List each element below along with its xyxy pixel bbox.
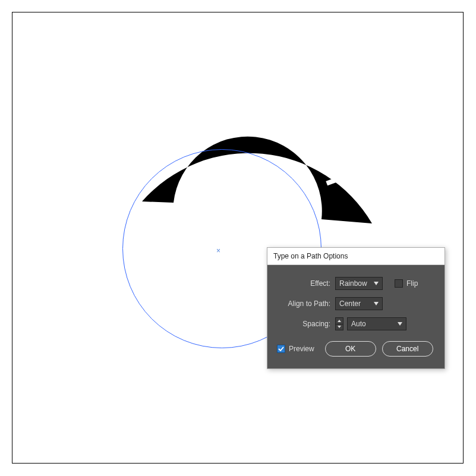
chevron-down-icon [374,281,379,286]
artboard[interactable]: WRAP YOUR TEXT × [12,12,463,463]
effect-row: Effect: Rainbow Flip [277,277,435,290]
cancel-button[interactable]: Cancel [382,341,433,357]
align-row: Align to Path: Center [277,297,435,310]
align-label: Align to Path: [277,300,332,308]
spacing-row: Spacing: Auto [277,317,435,330]
center-mark-icon: × [216,247,220,255]
spacing-value: Auto [351,320,366,328]
effect-select[interactable]: Rainbow [335,277,383,290]
preview-group: Preview [277,345,314,353]
type-on-path-dialog: Type on a Path Options Effect: Rainbow F… [267,247,445,369]
stepper-up-icon[interactable] [336,318,343,324]
align-select[interactable]: Center [335,297,383,310]
dialog-body: Effect: Rainbow Flip Align to Path: Cent… [267,265,445,368]
stepper-down-icon[interactable] [336,324,343,330]
flip-label[interactable]: Flip [406,279,418,288]
spacing-label: Spacing: [277,320,332,328]
chevron-down-icon [374,301,379,306]
spacing-select[interactable]: Auto [347,317,406,330]
effect-value: Rainbow [339,279,367,288]
spacing-stepper[interactable] [335,317,343,330]
preview-checkbox[interactable] [277,345,285,353]
artboard-frame: WRAP YOUR TEXT × Type on a Path Options … [12,12,464,464]
curved-text-svg: WRAP YOUR TEXT [12,12,464,464]
chevron-down-icon [398,321,402,326]
preview-label[interactable]: Preview [289,345,314,353]
dialog-title: Type on a Path Options [267,248,445,265]
align-value: Center [339,300,361,308]
button-row: Preview OK Cancel [277,341,435,357]
ok-button[interactable]: OK [325,341,376,357]
effect-label: Effect: [277,279,332,288]
flip-checkbox[interactable] [395,279,403,288]
